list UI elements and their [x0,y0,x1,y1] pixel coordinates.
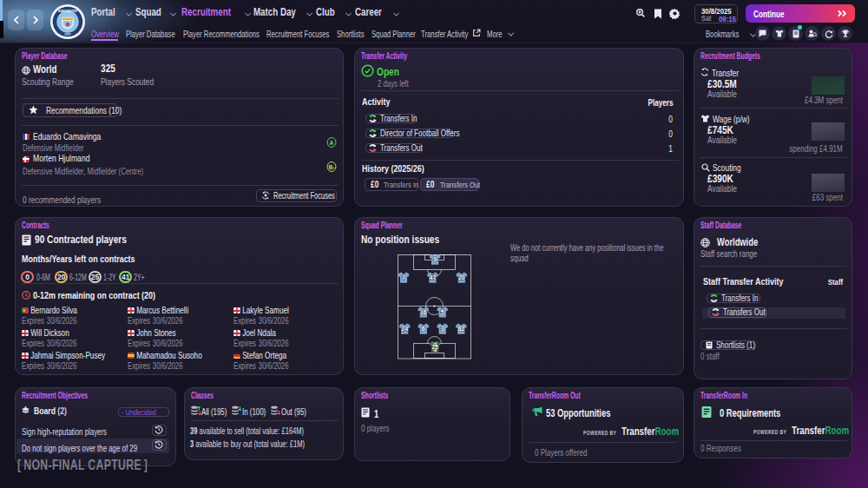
svg-text:47: 47 [430,274,437,280]
svg-text:9: 9 [433,256,437,262]
svg-text:5: 5 [441,309,444,315]
svg-text:3: 3 [441,326,444,332]
svg-text:24: 24 [401,326,408,332]
svg-text:25: 25 [431,344,438,350]
svg-text:6: 6 [422,326,425,332]
svg-text:82: 82 [457,326,464,332]
svg-text:MANCHESTER: MANCHESTER [58,10,78,13]
svg-text:CITY: CITY [64,33,71,36]
svg-text:16: 16 [420,309,427,315]
svg-text:7: 7 [402,274,405,280]
svg-text:20: 20 [458,274,465,280]
